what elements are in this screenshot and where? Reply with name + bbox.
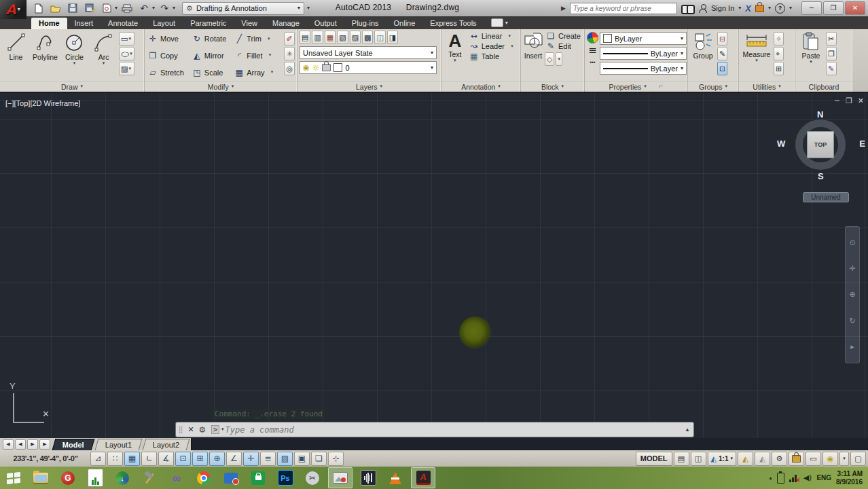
layer-unisolate-button[interactable]: ▧ [337,31,348,44]
store-button[interactable] [247,468,270,488]
model-space-button[interactable]: MODEL [636,452,672,466]
help-icon[interactable]: ? [775,3,785,14]
autocad-taskbar-button[interactable]: A [411,467,435,488]
document-app-button[interactable] [84,468,107,488]
fillet-button[interactable]: ◜Fillet▾ [233,48,278,65]
lineweight-toggle[interactable]: ≡ [260,452,276,466]
quick-view-drawings-button[interactable]: ◫ [691,452,706,466]
exchange-apps-icon[interactable]: X [745,3,751,14]
tab-model[interactable]: Model [52,439,95,450]
showmotion-icon[interactable]: ▸ [850,343,854,350]
dialog-launcher-icon[interactable]: ⌐ [659,84,664,90]
lineweight-icon[interactable]: ≡ [587,46,598,56]
offset-button[interactable]: ◎ [284,62,295,75]
tab-insert[interactable]: Insert [67,18,101,29]
lineweight-dropdown[interactable]: ByLayer ▾ [600,47,687,60]
drawing-area[interactable]: [−][Top][2D Wireframe] − ❐ ✕ TOP N S W E… [0,93,868,438]
trim-button[interactable]: ╱Trim▾ [233,31,278,48]
block-attributes-flyout[interactable]: ▾ [556,52,562,66]
3d-object-snap-toggle[interactable]: ⊞ [192,452,208,466]
chevron-down-icon[interactable]: ▾ [789,5,792,11]
network-icon[interactable]: ✕ [789,474,799,482]
status-menu-button[interactable]: ▾ [839,452,849,466]
tab-view[interactable]: View [234,18,265,29]
layer-properties-button[interactable]: ▤ [300,31,310,44]
edit-block-button[interactable]: ✎Edit [545,42,582,50]
layer-match-button[interactable]: ◨ [387,31,398,44]
grid-display-toggle[interactable]: ▦ [124,452,140,466]
infer-constraints-toggle[interactable]: ⊿ [90,452,106,466]
ortho-mode-toggle[interactable]: ∟ [141,452,157,466]
snap-mode-toggle[interactable]: ∷ [107,452,123,466]
clean-screen-button[interactable]: ▢ [850,452,866,466]
object-snap-toggle[interactable]: ⊡ [175,452,191,466]
arc-button[interactable]: Arc ▾ [90,31,117,81]
copy-clip-button[interactable]: ❐ [826,47,837,60]
table-button[interactable]: ▦Table [468,52,518,60]
file-explorer-button[interactable] [29,468,52,488]
close-button[interactable]: ✕ [845,1,865,15]
cut-button[interactable]: ✂ [826,32,837,46]
scale-button[interactable]: ◳Scale [191,64,228,81]
drawing-close-button[interactable]: ✕ [858,97,864,105]
last-tab-button[interactable]: ▶ [39,439,50,450]
chevron-down-icon[interactable]: ▾ [173,5,175,11]
compass-west[interactable]: W [777,139,785,149]
autoscale-button[interactable]: ◭ [755,452,770,466]
vlc-button[interactable] [384,468,407,488]
screen-capture-button[interactable] [219,468,242,488]
insert-block-button[interactable]: Insert [523,31,543,81]
leader-button[interactable]: ↝Leader▾ [468,42,518,50]
start-button[interactable] [2,468,25,488]
language-indicator[interactable]: ENG [816,474,831,482]
tab-output[interactable]: Output [307,18,344,29]
panel-layers-footer[interactable]: Layers ▾ [297,81,441,92]
tab-express-tools[interactable]: Express Tools [422,18,484,29]
layer-freeze-button[interactable]: ▨ [350,31,361,44]
match-properties-button[interactable]: ✎ [826,62,837,75]
battery-icon[interactable] [777,473,784,484]
viewport-controls[interactable]: [−][Top][2D Wireframe] [5,99,80,107]
dynamic-ucs-toggle[interactable]: ∠ [226,452,242,466]
screen-recorder-button[interactable] [328,467,352,488]
ungroup-button[interactable]: ⊟ [717,32,727,46]
linear-dimension-button[interactable]: ↔Linear▾ [468,32,518,40]
layer-state-dropdown[interactable]: Unsaved Layer State ▾ [300,46,437,59]
polyline-button[interactable]: Polyline [31,31,59,81]
drag-handle[interactable]: ⣿ [176,427,185,433]
layer-off-button[interactable]: ▩ [362,31,373,44]
ribbon-display-toggle[interactable]: ▾ [491,18,508,29]
viewcube[interactable]: TOP N S W E [788,112,853,177]
tab-online[interactable]: Online [386,18,423,29]
circle-button[interactable]: Circle ▾ [60,31,88,81]
rectangle-button[interactable]: ▭▾ [119,32,134,46]
line-button[interactable]: Line [2,31,30,81]
block-attributes-button[interactable]: ◇ [545,52,554,66]
chevron-down-icon[interactable]: ▾ [152,5,155,11]
chrome-button[interactable] [192,468,215,488]
annotation-monitor-toggle[interactable]: ⊹ [328,452,344,466]
tab-home[interactable]: Home [31,18,67,29]
expand-search-icon[interactable]: ▶ [561,5,566,12]
visual-studio-button[interactable]: ∞ [165,468,188,488]
orbit-icon[interactable]: ↻ [849,317,855,325]
panel-properties-footer[interactable]: Properties ▾ ⌐ [585,81,687,92]
tab-manage[interactable]: Manage [265,18,307,29]
snipping-tool-button[interactable]: ✂ [301,468,324,488]
hatch-button[interactable]: ▨▾ [119,62,134,75]
chevron-down-icon[interactable]: ▾ [115,5,117,11]
explode-button[interactable]: ✳ [284,47,295,60]
move-button[interactable]: ✛Move [147,31,185,48]
tab-layout[interactable]: Layout [145,18,183,29]
copy-button[interactable]: ❐Copy [147,48,185,65]
annotation-scale-button[interactable]: ◭ 1:1 ▾ [708,452,736,466]
selection-cycling-toggle[interactable]: ❏ [311,452,327,466]
zoom-icon[interactable]: ⊕ [849,291,855,298]
chevron-down-icon[interactable]: ▾ [768,5,771,11]
search-binoculars-icon[interactable] [681,3,695,13]
prev-tab-button[interactable]: ◀ [15,439,26,450]
isolate-objects-button[interactable]: ◉ [822,452,838,466]
media-player-button[interactable]: G [56,468,79,488]
photoshop-button[interactable]: Ps [274,468,297,488]
panel-groups-footer[interactable]: Groups ▾ [688,81,738,92]
